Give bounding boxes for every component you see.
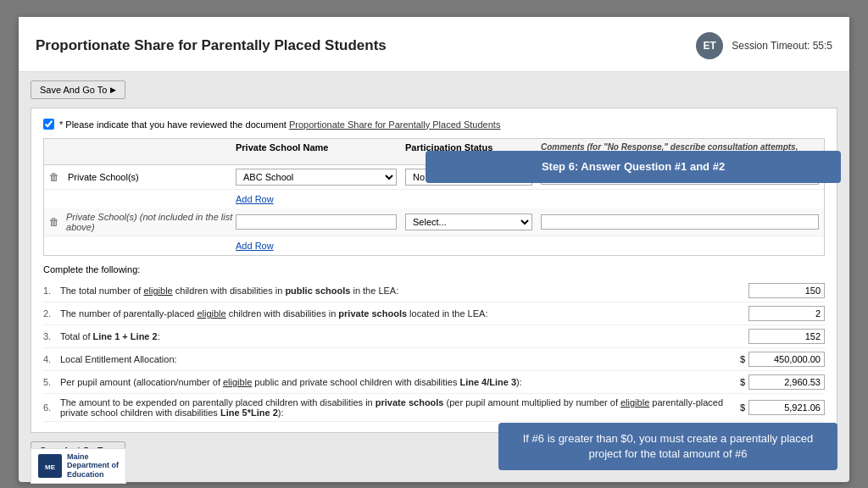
- numbered-row-2: 2.The number of parentally-placed eligib…: [43, 302, 825, 325]
- add-row-2-link[interactable]: Add Row: [231, 238, 819, 253]
- row1-school-select[interactable]: ABC School: [236, 169, 397, 186]
- row-num-6: 6.: [43, 402, 60, 413]
- row2-comment-input[interactable]: [541, 214, 819, 230]
- numbered-row-3: 3.Total of Line 1 + Line 2:: [43, 325, 825, 348]
- svg-text:ME: ME: [45, 463, 56, 471]
- row1-label-cell: 🗑 Private School(s): [49, 171, 236, 183]
- row-text-3: Total of Line 1 + Line 2:: [60, 331, 748, 341]
- maine-line3: Education: [67, 470, 119, 480]
- row-input-6[interactable]: [748, 400, 825, 415]
- review-label: * Please indicate that you have reviewed…: [59, 119, 500, 130]
- review-checkbox[interactable]: [43, 119, 54, 130]
- row2-comment-wrap: [541, 214, 819, 230]
- row-num-2: 2.: [43, 308, 60, 319]
- row1-school-select-wrap: ABC School: [236, 169, 405, 186]
- numbered-row-4: 4.Local Entitlement Allocation:$: [43, 348, 825, 371]
- row-input-2[interactable]: [748, 306, 825, 321]
- row2-status-wrap: Select...: [405, 214, 541, 230]
- row-input-3[interactable]: [748, 329, 825, 344]
- numbered-row-1: 1.The total number of eligible children …: [43, 280, 825, 302]
- row-input-wrap-3: [748, 329, 825, 344]
- numbered-row-5: 5.Per pupil amount (allocation/number of…: [43, 371, 825, 394]
- row-input-4[interactable]: [748, 352, 825, 367]
- step-tooltip: Step 6: Answer Question #1 and #2: [426, 151, 841, 183]
- trash-icon-2[interactable]: 🗑: [49, 216, 59, 228]
- row-num-3: 3.: [43, 331, 60, 341]
- add-row-1-link[interactable]: Add Row: [231, 191, 819, 207]
- info-tooltip: If #6 is greater than $0, you must creat…: [498, 423, 837, 470]
- row-text-4: Local Entitlement Allocation:: [60, 354, 740, 364]
- complete-section: Complete the following: 1.The total numb…: [43, 264, 825, 422]
- row-input-wrap-4: $: [740, 352, 825, 367]
- complete-label: Complete the following:: [43, 264, 825, 274]
- trash-icon[interactable]: 🗑: [49, 171, 61, 183]
- row1-label: Private School(s): [68, 172, 139, 182]
- review-checkbox-row: * Please indicate that you have reviewed…: [43, 119, 825, 130]
- dollar-sign-6: $: [740, 402, 745, 413]
- maine-logo-icon: ME: [38, 454, 62, 478]
- row-input-wrap-2: [748, 306, 825, 321]
- row2-school-input[interactable]: [236, 214, 397, 230]
- row-text-5: Per pupil amount (allocation/number of e…: [60, 377, 740, 387]
- maine-line2: Department of: [67, 461, 119, 470]
- save-and-go-to-button[interactable]: Save And Go To: [31, 80, 125, 99]
- maine-flag-icon: ME: [42, 458, 58, 474]
- add-row-1-wrap: Add Row: [44, 190, 824, 208]
- maine-logo: ME Maine Department of Education: [31, 448, 126, 484]
- row-input-1[interactable]: [748, 283, 825, 298]
- row-num-1: 1.: [43, 286, 60, 296]
- page-title: Proportionate Share for Parentally Place…: [36, 37, 387, 54]
- toolbar: Save And Go To: [31, 80, 837, 99]
- col-empty: [49, 142, 236, 161]
- maine-line1: Maine: [67, 452, 119, 462]
- avatar: ET: [696, 32, 723, 59]
- review-link[interactable]: Proportionate Share for Parentally Place…: [289, 119, 500, 130]
- session-timeout: Session Timeout: 55:5: [732, 40, 832, 52]
- header-right: ET Session Timeout: 55:5: [696, 32, 832, 59]
- row-input-wrap-6: $: [740, 400, 825, 415]
- row-num-5: 5.: [43, 377, 60, 387]
- dollar-sign-5: $: [740, 377, 745, 387]
- row-text-2: The number of parentally-placed eligible…: [60, 308, 748, 319]
- add-row-2-wrap: Add Row: [44, 236, 824, 255]
- numbered-rows: 1.The total number of eligible children …: [43, 280, 825, 422]
- maine-logo-text: Maine Department of Education: [67, 452, 119, 480]
- row-text-6: The amount to be expended on parentally …: [60, 397, 740, 418]
- page-header: Proportionate Share for Parentally Place…: [19, 17, 849, 72]
- row-input-wrap-1: [748, 283, 825, 298]
- table-row: 🗑 Private School(s) (not included in the…: [44, 208, 824, 236]
- row-input-5[interactable]: [748, 374, 825, 390]
- dollar-sign-4: $: [740, 354, 745, 364]
- row2-label-cell: 🗑 Private School(s) (not included in the…: [49, 212, 236, 232]
- row2-label: Private School(s) (not included in the l…: [66, 212, 236, 232]
- col-private-school-name: Private School Name: [236, 142, 405, 161]
- row-text-1: The total number of eligible children wi…: [60, 286, 748, 296]
- row2-status-select[interactable]: Select...: [405, 214, 532, 230]
- row-input-wrap-5: $: [740, 374, 825, 390]
- numbered-row-6: 6.The amount to be expended on parentall…: [43, 394, 825, 422]
- row2-school-input-wrap: [236, 214, 405, 230]
- row-num-4: 4.: [43, 354, 60, 364]
